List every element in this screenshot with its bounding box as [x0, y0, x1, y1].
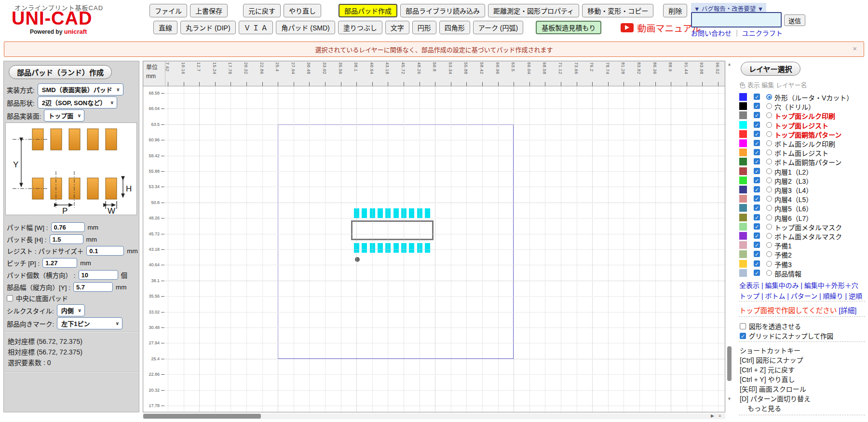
toolbar-button-file[interactable]: ファイル [149, 4, 187, 17]
pad-length-input[interactable] [50, 234, 83, 244]
layer-edit-radio[interactable] [766, 270, 772, 276]
part-shape-select[interactable]: 2辺（SOP, SONなど） ∨ [38, 96, 118, 109]
smd-pad[interactable] [378, 208, 383, 218]
toolbar-button-undo[interactable]: 元に戻す [243, 4, 281, 17]
scroll-up-icon[interactable]: ▲ [727, 62, 732, 67]
smd-pad[interactable] [425, 243, 430, 253]
layer-edit-radio[interactable] [766, 168, 772, 174]
video-manual[interactable]: 動画マニュアル [621, 21, 701, 34]
toolbar-button-part-pad-create[interactable]: 部品パッド作成 [339, 4, 397, 17]
layer-visible-checkbox[interactable]: ✓ [754, 214, 760, 220]
toolbar-button-part-library-load[interactable]: 部品ライブラリ読み込み [400, 4, 485, 17]
layer-edit-radio[interactable] [766, 131, 772, 137]
layer-edit-radio[interactable] [766, 215, 772, 220]
smd-pad[interactable] [425, 208, 430, 218]
toolbar-button-board-quote[interactable]: 基板製造見積もり [536, 21, 601, 34]
layer-color-swatch[interactable] [739, 177, 747, 184]
layer-visible-checkbox[interactable]: ✓ [754, 186, 760, 192]
pitch-input[interactable] [42, 258, 77, 268]
layer-color-swatch[interactable] [739, 214, 747, 221]
toolbar-button-overwrite-save[interactable]: 上書保存 [190, 4, 228, 17]
layer-edit-radio[interactable] [766, 159, 772, 164]
pad-count-input[interactable] [79, 270, 118, 280]
snap-to-grid-checkbox[interactable]: ✓ [740, 333, 746, 339]
layer-color-swatch[interactable] [739, 93, 747, 101]
layer-visible-checkbox[interactable]: ✓ [754, 270, 760, 276]
unicraft-link[interactable]: ユニクラフト [742, 29, 783, 37]
horizontal-scrollbar[interactable]: ▶ ≡ [143, 413, 725, 419]
board-outline[interactable] [278, 124, 514, 359]
horizontal-scrollbar-thumb[interactable] [143, 414, 261, 419]
warning-detail-link[interactable]: [詳細] [839, 307, 856, 314]
layer-color-swatch[interactable] [739, 186, 747, 193]
layer-edit-radio[interactable] [766, 224, 772, 230]
layer-edit-radio[interactable] [766, 122, 772, 128]
layer-color-swatch[interactable] [739, 149, 747, 156]
layer-visible-checkbox[interactable]: ✓ [754, 140, 760, 146]
toolbar-button-measure-shape-properties[interactable]: 距離測定・図形プロパティ [488, 4, 579, 17]
cad-canvas[interactable]: 単位 mm 7.6210.1612.715.2417.7820.3222.862… [143, 61, 725, 412]
smd-pad[interactable] [409, 243, 414, 253]
close-icon[interactable]: × [853, 44, 857, 53]
scroll-down-icon[interactable]: ▼ [727, 396, 732, 401]
toolbar-button-move-transform-copy[interactable]: 移動・変形・コピー [582, 4, 653, 17]
layer-edit-radio[interactable] [766, 261, 772, 267]
layer-visible-checkbox[interactable]: ✓ [754, 122, 760, 128]
mount-method-select[interactable]: SMD（表面実装）パッド ∨ [38, 83, 123, 95]
toolbar-button-arc[interactable]: アーク (円弧) [473, 21, 523, 34]
mount-side-select[interactable]: トップ面 ∨ [44, 109, 84, 122]
layer-visible-checkbox[interactable]: ✓ [754, 149, 760, 155]
layer-visible-checkbox[interactable]: ✓ [754, 195, 760, 202]
layer-visible-checkbox[interactable]: ✓ [754, 94, 760, 100]
layer-visible-checkbox[interactable]: ✓ [754, 158, 760, 164]
layer-filter-editing-outline-hole[interactable]: 編集中＋外形＋穴 [804, 282, 858, 289]
vertical-scrollbar-thumb[interactable] [727, 346, 732, 381]
smd-pad[interactable] [378, 243, 383, 253]
layer-filter-cycle[interactable]: 順繰り [823, 292, 843, 300]
layer-color-swatch[interactable] [739, 195, 747, 203]
silk-style-select[interactable]: 内側 ∨ [57, 304, 85, 316]
pin1-mark[interactable] [355, 257, 360, 262]
layer-edit-radio[interactable] [766, 196, 772, 202]
layer-visible-checkbox[interactable]: ✓ [754, 177, 760, 183]
layer-visible-checkbox[interactable]: ✓ [754, 260, 760, 267]
layer-color-swatch[interactable] [739, 167, 747, 175]
layer-color-swatch[interactable] [739, 250, 747, 258]
layer-filter-top[interactable]: トップ [739, 292, 760, 300]
layer-filter-show-all[interactable]: 全表示 [739, 282, 760, 289]
smd-pad[interactable] [393, 208, 399, 218]
layer-edit-radio[interactable] [766, 242, 772, 248]
layer-color-swatch[interactable] [739, 130, 747, 138]
contact-link[interactable]: お問い合わせ [691, 29, 732, 37]
send-button[interactable]: 送信 [784, 14, 805, 26]
layer-visible-checkbox[interactable]: ✓ [754, 232, 760, 239]
layer-color-swatch[interactable] [739, 241, 747, 249]
feedback-input[interactable] [691, 12, 782, 27]
layer-color-swatch[interactable] [739, 223, 747, 231]
layer-color-swatch[interactable] [739, 204, 747, 212]
part-width-input[interactable] [73, 282, 113, 292]
layer-edit-radio[interactable] [766, 103, 772, 109]
layer-edit-radio[interactable] [766, 112, 772, 118]
toolbar-button-round-land-dip[interactable]: 丸ランド (DIP) [180, 21, 236, 34]
layer-visible-checkbox[interactable]: ✓ [754, 223, 760, 230]
vertical-scrollbar[interactable]: ▲ ▼ [726, 61, 733, 405]
layer-color-swatch[interactable] [739, 139, 747, 147]
layer-filter-reverse[interactable]: 逆順 [849, 292, 862, 300]
layer-edit-radio[interactable] [766, 177, 772, 183]
layer-edit-radio[interactable] [766, 251, 772, 257]
resist-offset-input[interactable] [86, 246, 124, 256]
see-more-link[interactable]: もっと見る [747, 403, 781, 413]
toolbar-button-circle[interactable]: 円形 [412, 21, 436, 34]
toolbar-button-delete[interactable]: 削除 [663, 4, 687, 17]
smd-pad[interactable] [393, 243, 399, 253]
smd-pad[interactable] [409, 208, 414, 218]
toolbar-button-line[interactable]: 直線 [153, 21, 177, 34]
layer-filter-editing-only[interactable]: 編集中のみ [765, 282, 799, 289]
layer-edit-radio[interactable] [766, 205, 772, 211]
layer-visible-checkbox[interactable]: ✓ [754, 112, 760, 118]
scroll-right-icon[interactable]: ▶ [711, 413, 714, 418]
toolbar-button-rectangle[interactable]: 四角形 [439, 21, 470, 34]
smd-pad[interactable] [362, 243, 367, 253]
transparent-shapes-checkbox[interactable] [740, 323, 746, 329]
